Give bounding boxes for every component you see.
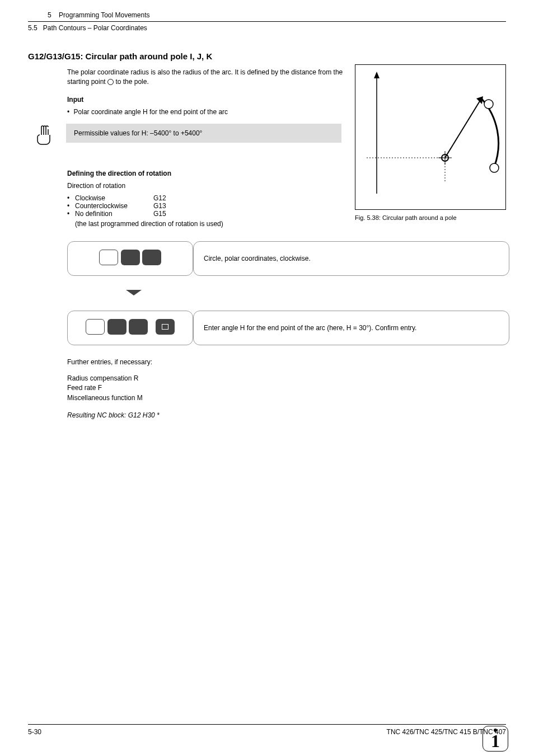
resulting-block: Resulting NC block: G12 H30 *	[67, 411, 506, 420]
chapter-num: 5	[48, 11, 51, 19]
step-2-keys	[67, 311, 193, 345]
hand-note-icon	[34, 124, 57, 147]
section-header: 5.5 Path Contours – Polar Coordinates	[28, 21, 506, 32]
key-icon	[86, 319, 105, 335]
info-icon: 1	[483, 726, 508, 752]
step-1-keys	[67, 241, 193, 276]
circular-path-diagram	[355, 65, 507, 210]
section-num: 5.5	[28, 24, 38, 32]
chapter-title: Programming Tool Movements	[59, 11, 150, 19]
key-icon	[121, 250, 140, 265]
step-2-desc: Enter angle H for the end point of the a…	[193, 311, 509, 345]
key-icon	[129, 319, 148, 335]
enter-key-icon	[156, 319, 175, 335]
figure-caption: Fig. 5.38: Circular path around a pole	[355, 214, 506, 221]
intro-paragraph: The polar coordinate radius is also the …	[67, 68, 347, 87]
page-heading: G12/G13/G15: Circular path around pole I…	[28, 51, 506, 61]
key-icon	[107, 319, 127, 335]
key-icon	[142, 250, 161, 265]
svg-marker-8	[476, 96, 483, 104]
figure: Fig. 5.38: Circular path around a pole	[355, 64, 506, 221]
further-entries: Further entries, if necessary: Radius co…	[67, 358, 506, 421]
page-footer: 5-30 TNC 426/TNC 425/TNC 415 B/TNC 407	[28, 724, 506, 736]
input-bullets: Polar coordinate angle H for the end poi…	[67, 108, 347, 116]
key-icon	[99, 250, 118, 265]
input-heading: Input	[67, 96, 347, 104]
input-bullet-item: Polar coordinate angle H for the end poi…	[67, 108, 347, 116]
start-point-icon	[107, 79, 114, 85]
svg-line-7	[445, 98, 481, 158]
svg-point-9	[484, 100, 493, 109]
svg-point-10	[490, 163, 499, 172]
page-number: 5-30	[28, 728, 41, 736]
arrow-down-icon	[126, 290, 142, 295]
instruction-steps: Circle, polar coordinates, clockwise. En…	[67, 241, 509, 345]
svg-marker-1	[374, 72, 380, 78]
step-1-desc: Circle, polar coordinates, clockwise.	[193, 241, 509, 276]
section-title: Path Contours – Polar Coordinates	[43, 24, 147, 32]
note-box: Permissible values for H: –5400° to +540…	[66, 124, 341, 143]
rotation-table: •ClockwiseG12 •CounterclockwiseG13 •No d…	[67, 194, 170, 218]
chapter-header: 5 Programming Tool Movements	[28, 11, 506, 19]
